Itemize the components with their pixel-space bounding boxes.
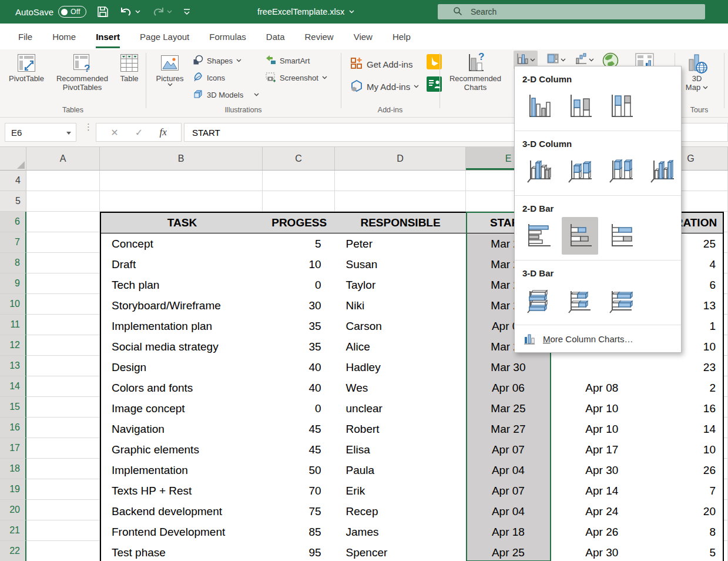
cell-D4[interactable] [335, 171, 466, 191]
tab-formulas[interactable]: Formulas [199, 24, 256, 49]
select-all-corner[interactable] [0, 147, 26, 171]
column-header-C[interactable]: C [263, 147, 335, 171]
customize-quick-access-toolbar-icon[interactable] [183, 8, 191, 15]
cell-D5[interactable] [335, 191, 466, 212]
cell-A11[interactable] [26, 315, 100, 335]
table-cell-responsible-19[interactable]: Erik [336, 480, 466, 501]
cell-A17[interactable] [26, 438, 100, 459]
row-header-10[interactable]: 10 [0, 294, 26, 315]
tab-data[interactable]: Data [256, 24, 295, 49]
table-cell-start-17[interactable]: Apr 07 [466, 439, 551, 460]
cell-A13[interactable] [26, 356, 100, 376]
smartart-button[interactable]: SmartArt [266, 54, 310, 67]
table-cell-task-8[interactable]: Draft [101, 254, 263, 275]
cell-A21[interactable] [26, 520, 100, 541]
table-cell-responsible-7[interactable]: Peter [336, 233, 466, 254]
table-cell-responsible-8[interactable]: Susan [336, 254, 466, 275]
table-cell-duration-19[interactable]: 7 [653, 480, 723, 501]
title-dropdown-icon[interactable] [349, 10, 354, 14]
table-cell-start-21[interactable]: Apr 18 [466, 522, 551, 542]
undo-icon[interactable] [119, 6, 140, 18]
table-header-responsible[interactable]: RESPONSIBLE [335, 213, 465, 233]
table-cell-end-22[interactable]: Apr 30 [551, 542, 653, 561]
column-header-B[interactable]: B [100, 147, 263, 171]
table-cell-responsible-21[interactable]: James [336, 522, 466, 542]
tab-review[interactable]: Review [295, 24, 344, 49]
cell-C4[interactable] [263, 171, 335, 191]
table-cell-task-18[interactable]: Implementation [101, 460, 263, 480]
column-header-A[interactable]: A [26, 147, 100, 171]
table-cell-end-20[interactable]: Apr 24 [551, 501, 653, 522]
table-cell-responsible-20[interactable]: Recep [336, 501, 466, 522]
3d-stacked-bar-item[interactable] [562, 282, 598, 319]
table-cell-start-18[interactable]: Apr 04 [466, 460, 551, 480]
cell-A19[interactable] [26, 479, 100, 500]
table-cell-progress-20[interactable]: 75 [263, 501, 336, 522]
table-cell-duration-16[interactable]: 14 [653, 419, 723, 439]
table-cell-task-21[interactable]: Frontend Development [101, 522, 263, 542]
table-cell-duration-22[interactable]: 5 [653, 542, 723, 561]
table-cell-progress-19[interactable]: 70 [263, 480, 336, 501]
table-cell-responsible-11[interactable]: Carson [336, 316, 466, 336]
table-cell-progress-14[interactable]: 40 [263, 378, 336, 398]
tab-file[interactable]: File [8, 24, 42, 49]
table-cell-progress-17[interactable]: 45 [263, 439, 336, 460]
3d-100-stacked-column-item[interactable] [603, 152, 639, 190]
name-box[interactable]: E6 [5, 123, 76, 142]
table-cell-responsible-15[interactable]: unclear [336, 398, 466, 419]
autosave-toggle[interactable]: AutoSave Off [15, 6, 86, 18]
pivottable-button[interactable]: PivotTable [5, 52, 48, 83]
stacked-bar-item[interactable] [562, 217, 598, 255]
table-header-progress[interactable]: PROGESS [263, 213, 336, 233]
table-cell-responsible-17[interactable]: Elisa [336, 439, 466, 460]
table-cell-task-17[interactable]: Graphic elements [101, 439, 263, 460]
screenshot-button[interactable]: Screenshot [266, 71, 327, 84]
table-cell-duration-17[interactable]: 10 [653, 439, 723, 460]
my-add-ins-button[interactable]: My Add-ins [350, 80, 419, 93]
table-cell-duration-20[interactable]: 20 [653, 501, 723, 522]
cell-A16[interactable] [26, 418, 100, 438]
table-cell-progress-13[interactable]: 40 [263, 357, 336, 378]
table-cell-start-13[interactable]: Mar 30 [466, 357, 551, 378]
table-cell-responsible-14[interactable]: Wes [336, 378, 466, 398]
row-header-4[interactable]: 4 [0, 171, 26, 191]
insert-function-icon[interactable]: fx [160, 126, 167, 138]
table-cell-end-16[interactable]: Apr 10 [551, 419, 653, 439]
table-cell-end-19[interactable]: Apr 14 [551, 480, 653, 501]
table-cell-duration-18[interactable]: 26 [653, 460, 723, 480]
row-header-21[interactable]: 21 [0, 520, 26, 541]
cell-A7[interactable] [26, 232, 100, 253]
table-cell-progress-12[interactable]: 35 [263, 336, 336, 357]
name-box-dropdown-icon[interactable] [66, 132, 71, 135]
cell-A15[interactable] [26, 397, 100, 418]
table-cell-end-15[interactable]: Apr 10 [551, 398, 653, 419]
table-cell-progress-16[interactable]: 45 [263, 419, 336, 439]
table-cell-task-11[interactable]: Implementation plan [101, 316, 263, 336]
table-cell-responsible-22[interactable]: Spencer [336, 542, 466, 561]
table-cell-task-13[interactable]: Design [101, 357, 263, 378]
more-column-charts-item[interactable]: More Column Charts… [515, 327, 681, 351]
row-header-9[interactable]: 9 [0, 273, 26, 294]
row-header-6[interactable]: 6 [0, 212, 26, 232]
row-header-18[interactable]: 18 [0, 459, 26, 479]
table-cell-task-19[interactable]: Texts HP + Rest [101, 480, 263, 501]
table-cell-start-15[interactable]: Mar 25 [466, 398, 551, 419]
3d-clustered-bar-item[interactable] [521, 282, 557, 319]
table-cell-progress-18[interactable]: 50 [263, 460, 336, 480]
column-header-D[interactable]: D [335, 147, 466, 171]
table-cell-duration-14[interactable]: 2 [653, 378, 723, 398]
cell-A12[interactable] [26, 335, 100, 356]
table-cell-progress-22[interactable]: 95 [263, 542, 336, 561]
row-header-14[interactable]: 14 [0, 376, 26, 397]
tab-insert[interactable]: Insert [86, 24, 130, 49]
tab-view[interactable]: View [344, 24, 383, 49]
cell-A9[interactable] [26, 273, 100, 294]
row-header-17[interactable]: 17 [0, 438, 26, 459]
row-header-22[interactable]: 22 [0, 541, 26, 561]
table-header-task[interactable]: TASK [101, 213, 263, 233]
cell-A22[interactable] [26, 541, 100, 561]
row-header-7[interactable]: 7 [0, 232, 26, 253]
cell-A10[interactable] [26, 294, 100, 315]
cell-B4[interactable] [100, 171, 263, 191]
cell-C5[interactable] [263, 191, 335, 212]
